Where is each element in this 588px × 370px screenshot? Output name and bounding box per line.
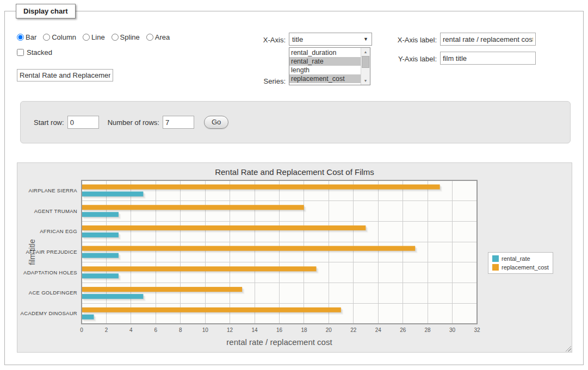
display-chart-panel: Display chart Bar Column Line Spline Are…: [4, 11, 584, 365]
bar-replacement_cost: [82, 246, 415, 251]
chart-type-radio-line[interactable]: [83, 34, 90, 41]
bar-rental_rate: [82, 192, 143, 197]
chart-type-label: Column: [52, 33, 76, 41]
bar-replacement_cost: [82, 308, 341, 312]
chart-type-label: Spline: [120, 33, 140, 41]
chart-title: Rental Rate and Replacement Cost of Film…: [17, 163, 572, 177]
bar-rental_rate: [82, 253, 119, 258]
series-option-rental-rate[interactable]: rental_rate: [289, 57, 361, 66]
chart-container: Rental Rate and Replacement Cost of Film…: [17, 162, 572, 353]
x-tick-label: 0: [80, 327, 83, 333]
bar-replacement_cost: [82, 205, 304, 210]
bar-rental_rate: [82, 212, 119, 217]
y-axis-label-label: Y-Axis label:: [360, 55, 437, 63]
series-option-length[interactable]: length: [289, 66, 361, 74]
chart-type-radio-column[interactable]: [43, 34, 50, 41]
x-tick-label: 6: [154, 327, 158, 333]
x-axis-select-value: title: [292, 35, 363, 43]
chart-type-option-column[interactable]: Column: [43, 33, 76, 41]
chart-type-label: Area: [155, 33, 170, 41]
start-row-label: Start row:: [34, 118, 64, 127]
stacked-label: Stacked: [27, 48, 52, 57]
legend-item-replacement-cost: replacement_cost: [491, 263, 550, 272]
bar-rental_rate: [82, 273, 119, 278]
x-tick-label: 22: [350, 327, 357, 333]
panel-title: Display chart: [16, 4, 76, 18]
bar-replacement_cost: [82, 225, 366, 230]
bar-rental_rate: [82, 315, 94, 319]
x-tick-label: 2: [105, 327, 108, 333]
y-axis-title: film title: [28, 239, 36, 265]
chart-legend: rental_rate replacement_cost: [488, 252, 553, 274]
legend-label: replacement_cost: [502, 264, 549, 271]
series-list-label: Series:: [231, 77, 286, 85]
chart-type-label: Bar: [26, 33, 36, 41]
num-rows-label: Number of rows:: [108, 118, 159, 127]
go-button[interactable]: Go: [204, 116, 228, 129]
y-category-label: AIRPLANE SIERRA: [29, 187, 78, 193]
y-axis-label-input[interactable]: [440, 52, 536, 65]
chart-type-radio-spline[interactable]: [112, 34, 119, 41]
series-option-replacement-cost[interactable]: replacement_cost: [289, 74, 361, 83]
x-tick-label: 8: [179, 327, 182, 333]
num-rows-input[interactable]: [163, 116, 194, 129]
x-tick-label: 16: [276, 327, 283, 333]
chart-title-input[interactable]: [17, 69, 113, 81]
bar-rental_rate: [82, 294, 143, 299]
y-category-label: ACADEMY DINOSAUR: [21, 310, 77, 316]
x-tick-label: 18: [301, 327, 307, 333]
bar-replacement_cost: [82, 287, 242, 292]
x-tick-label: 30: [449, 327, 456, 333]
y-category-label: ACE GOLDFINGER: [29, 290, 77, 296]
bar-rental_rate: [82, 233, 119, 237]
y-category-label: AGENT TRUMAN: [34, 208, 77, 214]
y-category-label: AFRICAN EGG: [40, 228, 77, 234]
x-tick-label: 10: [202, 327, 209, 333]
scroll-down-icon[interactable]: ▼: [361, 77, 370, 85]
series-multiselect[interactable]: rental_duration rental_rate length repla…: [289, 47, 370, 85]
chart-type-option-area[interactable]: Area: [146, 33, 170, 41]
y-category-label: ADAPTATION HOLES: [23, 269, 77, 275]
chart-type-radio-bar[interactable]: [17, 34, 24, 41]
row-controls-panel: Start row: Number of rows: Go: [20, 101, 571, 143]
stacked-option[interactable]: Stacked: [17, 48, 52, 57]
series-scrollbar[interactable]: ▲ ▼: [361, 48, 370, 85]
start-row-input[interactable]: [67, 116, 99, 129]
legend-swatch-rental-rate: [492, 255, 499, 262]
chart-type-option-spline[interactable]: Spline: [112, 33, 140, 41]
x-tick-label: 26: [400, 327, 406, 333]
series-options: rental_duration rental_rate length repla…: [289, 48, 361, 85]
legend-swatch-replacement-cost: [492, 264, 499, 271]
x-axis-label-input[interactable]: [440, 33, 536, 46]
x-tick-label: 12: [227, 327, 233, 333]
x-axis-label-label: X-Axis label:: [360, 36, 437, 44]
chart-type-option-line[interactable]: Line: [83, 33, 105, 41]
x-tick-label: 32: [474, 327, 480, 333]
x-tick-label: 24: [375, 327, 382, 333]
legend-label: rental_rate: [502, 255, 530, 262]
stacked-checkbox[interactable]: [17, 49, 24, 56]
bar-replacement_cost: [82, 266, 316, 271]
chart-type-label: Line: [91, 33, 105, 41]
chart-type-radio-group: Bar Column Line Spline Area: [17, 33, 174, 41]
legend-item-rental-rate: rental_rate: [491, 254, 550, 263]
x-tick-label: 4: [129, 327, 133, 333]
x-tick-label: 28: [425, 327, 431, 333]
x-tick-label: 20: [326, 327, 332, 333]
bar-replacement_cost: [82, 185, 440, 190]
x-axis-select-label: X-Axis:: [231, 36, 286, 44]
series-option-rental-duration[interactable]: rental_duration: [289, 48, 361, 57]
chart-type-option-bar[interactable]: Bar: [17, 33, 36, 41]
chart-type-radio-area[interactable]: [146, 34, 153, 41]
x-tick-label: 14: [252, 327, 258, 333]
x-axis-title: rental rate / replacement cost: [226, 337, 332, 347]
